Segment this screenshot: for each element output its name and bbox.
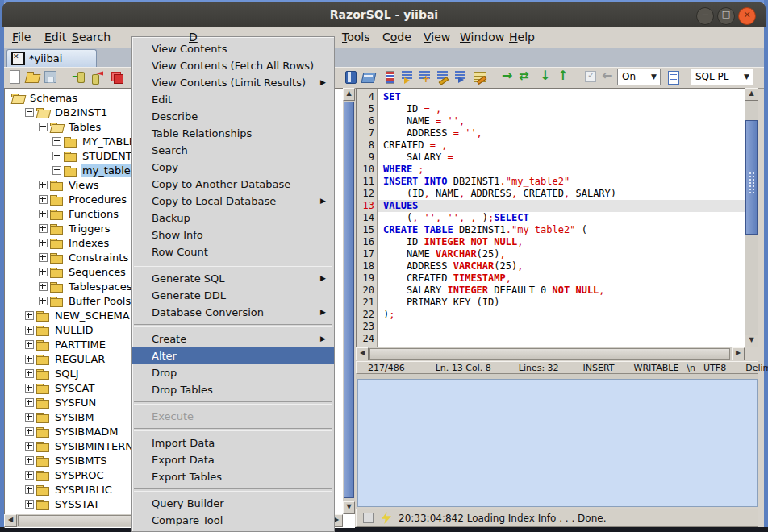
- title-bar[interactable]: RazorSQL - yiibai: [2, 2, 766, 27]
- tab-close-icon[interactable]: [11, 52, 25, 65]
- collapse-minus-icon[interactable]: [25, 108, 34, 117]
- context-menu-item-view-contents-limit-results[interactable]: View Contents (Limit Results): [132, 74, 334, 91]
- expand-plus-icon[interactable]: [52, 166, 61, 175]
- context-menu-item-drop-tables[interactable]: Drop Tables: [132, 381, 334, 398]
- sql-editor[interactable]: 4SET5 ID = ,6 NAME = '',7 ADDRESS = '',8…: [356, 88, 745, 347]
- on-combobox[interactable]: On: [617, 69, 661, 85]
- context-menu-item-compare-tool[interactable]: Compare Tool: [132, 512, 334, 529]
- menu-item-code[interactable]: Code: [382, 31, 411, 44]
- close-button[interactable]: [738, 7, 756, 25]
- expand-plus-icon[interactable]: [39, 253, 48, 262]
- expand-plus-icon[interactable]: [25, 471, 34, 480]
- expand-plus-icon[interactable]: [25, 456, 34, 465]
- notebook-icon[interactable]: [343, 69, 358, 85]
- menu-item-d[interactable]: D: [189, 31, 198, 44]
- editor-scroll-thumb[interactable]: [745, 120, 758, 235]
- expand-plus-icon[interactable]: [52, 152, 61, 160]
- notes-icon[interactable]: [666, 69, 681, 85]
- reference-book-icon[interactable]: [361, 69, 376, 85]
- edit-table-data-icon[interactable]: [472, 69, 487, 85]
- context-menu-item-edit[interactable]: Edit: [132, 91, 334, 108]
- expand-plus-icon[interactable]: [39, 239, 48, 247]
- context-menu-item-copy-to-another-database[interactable]: Copy to Another Database: [132, 176, 334, 193]
- expand-plus-icon[interactable]: [25, 427, 34, 436]
- statements-add-icon[interactable]: [417, 69, 432, 85]
- expand-plus-icon[interactable]: [39, 224, 48, 233]
- go-back-icon[interactable]: [601, 69, 616, 85]
- open-file-icon[interactable]: [25, 69, 40, 85]
- context-menu-item-backup[interactable]: Backup: [132, 210, 334, 227]
- expand-plus-icon[interactable]: [25, 355, 34, 364]
- save-file-icon[interactable]: [43, 69, 58, 85]
- context-menu-item-generate-ddl[interactable]: Generate DDL: [132, 287, 334, 304]
- context-menu-item-show-info[interactable]: Show Info: [132, 227, 334, 243]
- context-menu-item-view-contents[interactable]: View Contents: [132, 40, 334, 57]
- context-menu-item-describe[interactable]: Describe: [132, 108, 334, 125]
- expand-plus-icon[interactable]: [25, 500, 34, 509]
- expand-plus-icon[interactable]: [39, 297, 48, 305]
- context-menu-item-import-data[interactable]: Import Data: [132, 434, 334, 451]
- scroll-right-icon[interactable]: [732, 347, 745, 360]
- expand-plus-icon[interactable]: [25, 384, 34, 393]
- expand-plus-icon[interactable]: [25, 340, 34, 349]
- editor-vertical-scrollbar[interactable]: [745, 88, 758, 347]
- column-list-icon[interactable]: [382, 69, 397, 85]
- menu-item-window[interactable]: Window: [460, 31, 504, 44]
- new-file-icon[interactable]: [7, 69, 23, 85]
- context-menu-item-drop[interactable]: Drop: [132, 364, 334, 381]
- scroll-up-icon[interactable]: [343, 88, 355, 101]
- expand-plus-icon[interactable]: [25, 398, 34, 407]
- menu-item-search[interactable]: Search: [72, 31, 111, 44]
- expand-plus-icon[interactable]: [25, 311, 34, 320]
- export-table-icon[interactable]: [90, 69, 105, 85]
- context-menu-item-copy-to-local-database[interactable]: Copy to Local Database: [132, 193, 334, 210]
- context-menu-item-alter[interactable]: Alter: [132, 347, 334, 364]
- editor-horizontal-scrollbar[interactable]: [356, 347, 745, 360]
- sql-dialect-combobox[interactable]: SQL PL: [691, 69, 753, 85]
- expand-plus-icon[interactable]: [25, 369, 34, 378]
- expand-plus-icon[interactable]: [25, 326, 34, 335]
- tab-yiibai[interactable]: *yiibai: [6, 49, 97, 67]
- expand-plus-icon[interactable]: [25, 413, 34, 422]
- context-menu-item-search[interactable]: Search: [132, 142, 334, 159]
- go-down-icon[interactable]: [536, 69, 552, 85]
- menu-item-view[interactable]: View: [424, 31, 450, 44]
- go-forward-icon[interactable]: [501, 69, 516, 85]
- menu-item-edit[interactable]: Edit: [44, 31, 66, 44]
- expand-plus-icon[interactable]: [52, 137, 61, 146]
- statements-run-icon[interactable]: [453, 69, 468, 85]
- editor-hscroll-thumb[interactable]: [369, 348, 730, 360]
- copy-table-icon[interactable]: [109, 69, 124, 85]
- scroll-up-icon[interactable]: [745, 88, 758, 101]
- context-menu-item-generate-sql[interactable]: Generate SQL: [132, 270, 334, 287]
- context-menu-item-table-relationships[interactable]: Table Relationships: [132, 125, 334, 142]
- expand-plus-icon[interactable]: [39, 282, 48, 291]
- expand-plus-icon[interactable]: [39, 195, 48, 204]
- expand-plus-icon[interactable]: [39, 268, 48, 276]
- scroll-down-icon[interactable]: [745, 335, 758, 347]
- status-checkbox[interactable]: [363, 513, 374, 523]
- expand-plus-icon[interactable]: [39, 210, 48, 218]
- context-menu-item-view-contents-fetch-all-rows[interactable]: View Contents (Fetch All Rows): [132, 57, 334, 74]
- context-menu-item-export-tables[interactable]: Export Tables: [132, 468, 334, 485]
- tree-scroll-thumb[interactable]: [344, 102, 354, 498]
- expand-plus-icon[interactable]: [25, 485, 34, 494]
- minimize-button[interactable]: [696, 7, 714, 25]
- statements-forward-icon[interactable]: [399, 69, 415, 85]
- import-table-icon[interactable]: [72, 69, 87, 85]
- context-menu-item-row-count[interactable]: Row Count: [132, 243, 334, 260]
- context-menu-item-query-builder[interactable]: Query Builder: [132, 495, 334, 512]
- expand-plus-icon[interactable]: [39, 181, 48, 189]
- scroll-left-icon[interactable]: [4, 514, 17, 527]
- menu-item-tools[interactable]: Tools: [342, 31, 370, 44]
- context-menu-item-create[interactable]: Create: [132, 330, 334, 347]
- menu-item-file[interactable]: File: [12, 31, 31, 44]
- context-menu-item-export-data[interactable]: Export Data: [132, 451, 334, 468]
- swap-direction-icon[interactable]: [519, 69, 534, 85]
- go-up-icon[interactable]: [554, 69, 570, 85]
- menu-item-help[interactable]: Help: [509, 31, 535, 44]
- expand-plus-icon[interactable]: [25, 442, 34, 451]
- spell-check-icon[interactable]: [583, 69, 599, 85]
- context-menu-item-copy[interactable]: Copy: [132, 159, 334, 176]
- results-panel[interactable]: [357, 379, 758, 507]
